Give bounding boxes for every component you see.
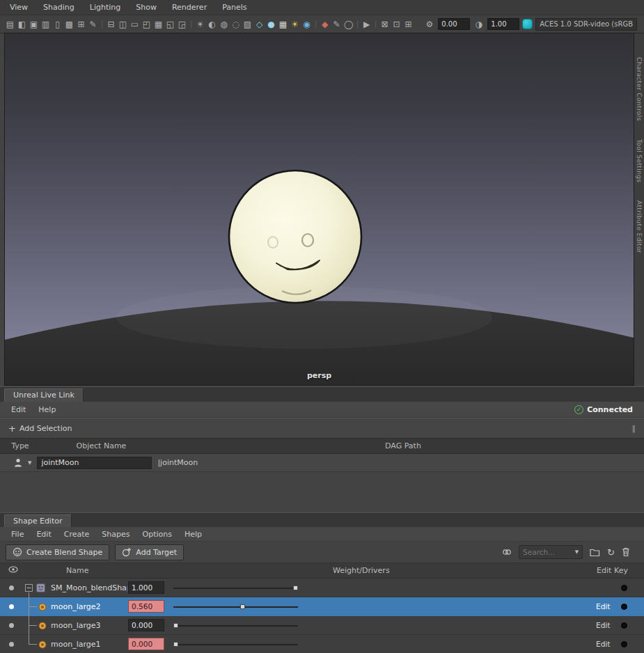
bookmark-icon[interactable]: ▯ <box>52 20 63 29</box>
expand-toggle-icon[interactable]: − <box>25 584 33 592</box>
shape-row-target[interactable]: moon_large1 0.000 Edit <box>0 635 644 653</box>
menu-lighting[interactable]: Lighting <box>90 3 120 12</box>
weight-value-field[interactable]: 0.560 <box>128 600 164 613</box>
key-dot[interactable] <box>621 622 627 629</box>
anti-alias-icon[interactable]: ▨ <box>242 20 253 29</box>
menu-create[interactable]: Create <box>64 530 90 539</box>
edit-button[interactable]: Edit <box>596 640 610 648</box>
motion-blur-icon[interactable]: ◌ <box>230 20 242 29</box>
key-dot[interactable] <box>621 604 627 610</box>
object-name-input[interactable] <box>37 457 152 469</box>
color-management-icon[interactable] <box>522 19 533 29</box>
tab-unreal-live-link[interactable]: Unreal Live Link <box>4 388 84 402</box>
slider-handle[interactable] <box>293 585 298 590</box>
menu-edit[interactable]: Edit <box>11 405 26 414</box>
folder-icon[interactable] <box>590 548 600 557</box>
trash-icon[interactable] <box>622 547 630 557</box>
select-tool-icon[interactable]: ▶ <box>361 20 372 29</box>
joint-type-icon[interactable] <box>14 458 22 467</box>
plugin-display-icon[interactable]: ◆ <box>319 20 331 29</box>
resolution-gate-icon[interactable]: ▭ <box>129 20 141 29</box>
shape-row-blendshape-node[interactable]: − SM_Moon_blendShap 1.000 Edit <box>0 579 644 597</box>
sidebar-tab-attribute-editor[interactable]: Attribute Editor <box>636 200 643 253</box>
shape-row-target[interactable]: moon_large3 0.000 Edit <box>0 616 644 635</box>
slider-handle[interactable] <box>173 623 178 628</box>
gamma-input[interactable] <box>487 18 519 30</box>
weight-slider[interactable] <box>173 588 298 589</box>
menu-shading[interactable]: Shading <box>43 3 74 12</box>
panel-toggle-icon[interactable]: ‖ <box>632 424 636 433</box>
key-dot[interactable] <box>621 585 627 591</box>
use-all-lights-icon[interactable]: ☀ <box>289 20 301 29</box>
tab-shape-editor[interactable]: Shape Editor <box>4 514 72 528</box>
visibility-dot[interactable] <box>9 623 14 628</box>
slider-handle[interactable] <box>173 642 178 647</box>
weight-value-field[interactable]: 0.000 <box>128 619 164 631</box>
menu-shapes[interactable]: Shapes <box>102 530 129 539</box>
row-name[interactable]: SM_Moon_blendShap <box>51 583 127 592</box>
livelink-subject-row[interactable]: ▼ |jointMoon <box>0 454 644 472</box>
link-icon[interactable] <box>502 547 512 557</box>
row-name[interactable]: moon_large3 <box>51 621 101 630</box>
menu-help[interactable]: Help <box>38 405 56 414</box>
menu-help[interactable]: Help <box>184 530 202 539</box>
menu-edit[interactable]: Edit <box>36 530 51 539</box>
exposure-input[interactable] <box>438 18 470 30</box>
weight-value-field[interactable]: 0.000 <box>128 638 164 650</box>
isolate-select-icon[interactable]: ◯ <box>343 20 354 29</box>
film-gate-icon[interactable]: ◫ <box>117 20 129 29</box>
row-name[interactable]: moon_large1 <box>51 640 101 649</box>
gate-mask-icon[interactable]: ◰ <box>141 20 152 29</box>
sculpt-icon[interactable]: ✎ <box>331 20 343 29</box>
weight-slider[interactable] <box>173 625 298 627</box>
edit-button[interactable]: Edit <box>596 602 610 611</box>
exposure-icon[interactable]: ⚙ <box>423 20 435 29</box>
layers-icon[interactable]: ⊞ <box>402 20 414 29</box>
menu-view[interactable]: View <box>10 3 28 12</box>
search-input[interactable] <box>523 548 573 556</box>
occlusion-icon[interactable]: ◍ <box>218 20 230 29</box>
menu-show[interactable]: Show <box>136 3 157 12</box>
shadows-icon[interactable]: ◐ <box>206 20 218 29</box>
image-plane-icon[interactable]: ▩ <box>63 20 75 29</box>
visibility-dot[interactable] <box>9 642 14 647</box>
add-selection-button[interactable]: + Add Selection <box>8 423 72 434</box>
weight-slider[interactable] <box>173 606 298 608</box>
sidebar-tab-character-controls[interactable]: Character Controls <box>636 57 643 121</box>
snapshot-icon[interactable]: ⊡ <box>391 20 402 29</box>
sidebar-tab-tool-settings[interactable]: Tool Settings <box>636 139 643 182</box>
camera-attributes-icon[interactable]: ▥ <box>40 20 52 29</box>
grid-icon[interactable]: ⊟ <box>105 20 117 29</box>
key-dot[interactable] <box>621 641 627 647</box>
viewport-3d[interactable]: persp <box>5 33 634 385</box>
type-dropdown-icon[interactable]: ▼ <box>28 460 31 466</box>
menu-panels[interactable]: Panels <box>222 3 246 12</box>
camera-select-icon[interactable]: ◧ <box>16 20 28 29</box>
visibility-dot[interactable] <box>9 604 14 609</box>
visibility-dot[interactable] <box>9 585 14 590</box>
edit-button[interactable]: Edit <box>596 621 610 629</box>
row-name[interactable]: moon_large2 <box>51 602 101 611</box>
textured-icon[interactable]: ▦ <box>277 20 289 29</box>
slider-handle[interactable] <box>240 604 245 609</box>
safe-action-icon[interactable]: ◱ <box>164 20 176 29</box>
colorspace-label[interactable]: ACES 1.0 SDR-video (sRGB <box>535 18 637 31</box>
menu-options[interactable]: Options <box>142 530 171 539</box>
create-blend-shape-button[interactable]: Create Blend Shape <box>6 544 109 560</box>
safe-title-icon[interactable]: ◲ <box>176 20 188 29</box>
camera-lock-icon[interactable]: ▣ <box>28 20 40 29</box>
visibility-column-icon[interactable] <box>8 566 18 573</box>
menu-renderer[interactable]: Renderer <box>172 3 207 12</box>
weight-slider[interactable] <box>173 644 298 645</box>
weight-value-field[interactable]: 1.000 <box>128 581 164 594</box>
pan-zoom-icon[interactable]: ⊞ <box>75 20 87 29</box>
add-target-button[interactable]: Add Target <box>115 544 184 560</box>
grease-pencil-icon[interactable]: ✎ <box>87 20 99 29</box>
search-dropdown-icon[interactable]: ▼ <box>575 549 579 555</box>
xray-icon[interactable]: ◉ <box>301 20 313 29</box>
menu-file[interactable]: File <box>11 530 24 539</box>
default-lighting-icon[interactable]: ☀ <box>194 20 206 29</box>
layout-icon[interactable]: ▤ <box>4 20 16 29</box>
refresh-icon[interactable]: ↻ <box>607 548 615 557</box>
shape-row-target[interactable]: moon_large2 0.560 Edit <box>0 597 644 616</box>
